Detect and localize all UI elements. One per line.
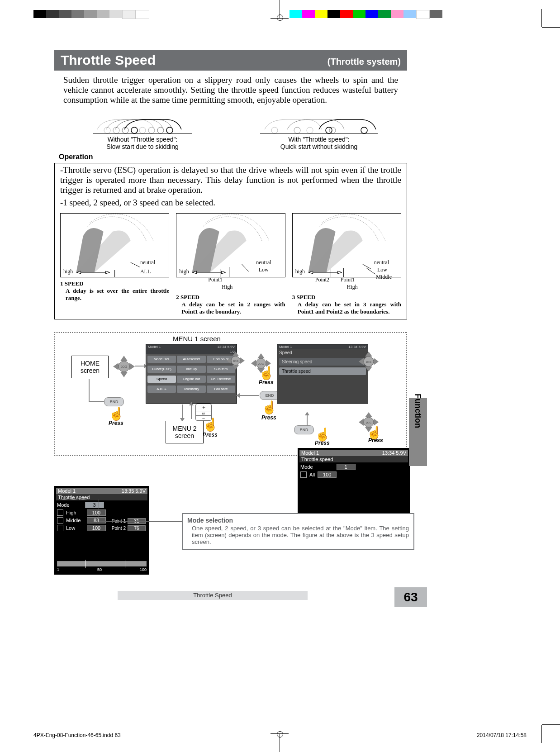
svg-marker-39	[227, 357, 231, 364]
row-value[interactable]: 100	[87, 509, 106, 516]
menu-item[interactable]: Curve(EXP)	[147, 366, 176, 373]
press-label: Press	[261, 414, 276, 421]
svg-marker-16	[106, 271, 110, 274]
without-label1: Without "Throttle speed":	[70, 136, 215, 143]
speed1-diagram: high neutral ALL	[60, 213, 169, 277]
hand-icon: ☝	[109, 406, 124, 421]
end-button[interactable]: END	[294, 425, 314, 434]
press-label: Press	[315, 440, 330, 446]
high-sub-label: High	[347, 284, 358, 290]
svg-marker-50	[365, 366, 372, 371]
row-value[interactable]: 100	[318, 471, 337, 478]
list-parent: Speed	[277, 349, 368, 356]
section-title: Throttle Speed	[61, 52, 156, 68]
home-screen-box: HOME screen	[71, 356, 109, 378]
menu-item[interactable]: Autoselect	[177, 356, 205, 363]
operation-box: -Throttle servo (ESC) operation is delay…	[54, 163, 407, 319]
with-label1: With "Throttle speed":	[247, 136, 391, 143]
speed-list-screenshot: Model 1 13:34 5.9V Speed Steering speed …	[277, 344, 368, 404]
checkbox-icon[interactable]	[57, 517, 63, 524]
svg-marker-49	[365, 352, 372, 357]
row-value[interactable]: 83	[87, 517, 106, 524]
svg-point-9	[271, 127, 278, 133]
press-label: Press	[259, 379, 274, 386]
car-comparison-row: Without "Throttle speed": Slow start due…	[54, 113, 407, 150]
mode-value[interactable]: 1	[337, 464, 356, 470]
throttle-speed-mode3-screen: Model 1 13:35 5.9V Throttle speed Mode 3…	[54, 486, 149, 575]
menu-item[interactable]: Ch. Reverse	[207, 376, 235, 383]
svg-line-30	[366, 268, 375, 274]
svg-marker-45	[251, 360, 256, 367]
screen-title: Throttle speed	[299, 456, 408, 462]
menu-item[interactable]: Engine cut	[177, 376, 205, 383]
scale-tick: 1	[57, 567, 59, 572]
svg-marker-55	[365, 412, 372, 417]
svg-marker-58	[374, 419, 379, 426]
speed-mode-1: high neutral ALL 1 SPEED A delay is set …	[60, 213, 169, 315]
menu-item[interactable]: Telemetry	[177, 386, 205, 393]
section-title-bar: Throttle Speed (Throttle system)	[54, 50, 407, 71]
svg-marker-25	[337, 271, 342, 274]
svg-marker-40	[240, 357, 245, 364]
svg-marker-37	[233, 352, 239, 356]
svg-marker-32	[120, 372, 128, 377]
mid-label: Middle	[376, 274, 392, 281]
list-head-model: Model 1	[279, 345, 292, 349]
row-name: High	[66, 510, 84, 515]
throttle-diagram-row: high neutral ALL 1 SPEED A delay is set …	[60, 213, 401, 315]
row-value[interactable]: 100	[87, 525, 106, 531]
menu-item[interactable]: A.B.S.	[147, 386, 176, 393]
menu-head-time: 13:34 5.9V	[217, 345, 235, 349]
mode-value[interactable]: 3	[85, 502, 104, 508]
high-label: high	[63, 268, 73, 275]
menu-item-selected[interactable]: Speed	[147, 376, 176, 383]
neutral-label: neutral	[140, 259, 155, 266]
crop-target	[277, 731, 283, 738]
mode-label: Mode	[57, 502, 70, 508]
operation-text2: -1 speed, 2 speed, or 3 speed can be sel…	[60, 198, 401, 208]
scale-tick: 50	[97, 567, 102, 572]
svg-marker-20	[222, 271, 226, 274]
high-label: high	[179, 268, 189, 275]
svg-point-12	[329, 127, 336, 133]
menu1-screenshot: Model 1 13:34 5.9V 1/2 Model sel. Autose…	[146, 344, 237, 404]
checkbox-icon[interactable]	[300, 471, 307, 478]
jog-dial-icon: JOG	[226, 351, 245, 370]
end-button[interactable]: END	[104, 397, 124, 406]
menu1-title: MENU 1 screen	[173, 335, 221, 343]
plus-label: ＋	[196, 404, 211, 411]
menu-item[interactable]: Idle up	[177, 366, 205, 373]
press-label: Press	[203, 432, 218, 438]
point2-label: Point2	[315, 276, 329, 283]
svg-marker-52	[374, 358, 379, 365]
neutral-label: neutral	[256, 259, 271, 266]
car-without-box: Without "Throttle speed": Slow start due…	[70, 113, 215, 150]
svg-marker-33	[113, 363, 119, 370]
car-with-box: With "Throttle speed": Quick start witho…	[247, 113, 391, 150]
svg-line-19	[131, 262, 140, 267]
svg-point-1	[139, 127, 146, 133]
point-value[interactable]: 76	[128, 525, 146, 531]
side-function-label: Function	[413, 394, 422, 428]
with-label2: Quick start without skidding	[247, 143, 391, 150]
hand-icon: ☝	[261, 400, 277, 415]
list-item-selected[interactable]: Throttle speed	[279, 367, 366, 375]
without-label2: Slow start due to skidding	[70, 143, 215, 150]
point-name: Point 2	[112, 526, 126, 531]
list-item[interactable]: Steering speed	[279, 358, 366, 366]
screen-head-model: Model 1	[301, 450, 319, 456]
checkbox-icon[interactable]	[57, 509, 63, 516]
home-label: HOME screen	[72, 360, 108, 374]
screen-head-time: 13:35 5.9V	[122, 488, 146, 494]
svg-point-5	[157, 127, 164, 133]
svg-text:JOG: JOG	[233, 360, 239, 362]
menu-item[interactable]: Fail safe	[207, 386, 235, 393]
speed2-diagram: high neutral Low Point1 High	[176, 213, 285, 277]
menu2-screen-box: MENU 2 screen	[166, 421, 204, 443]
page-number-text: 63	[403, 590, 418, 604]
jog-dial-icon: JOG	[358, 351, 379, 372]
menu-item[interactable]: Model sel.	[147, 356, 176, 363]
point1-label: Point1	[341, 276, 355, 283]
svg-point-7	[166, 127, 173, 133]
checkbox-icon[interactable]	[57, 525, 63, 531]
